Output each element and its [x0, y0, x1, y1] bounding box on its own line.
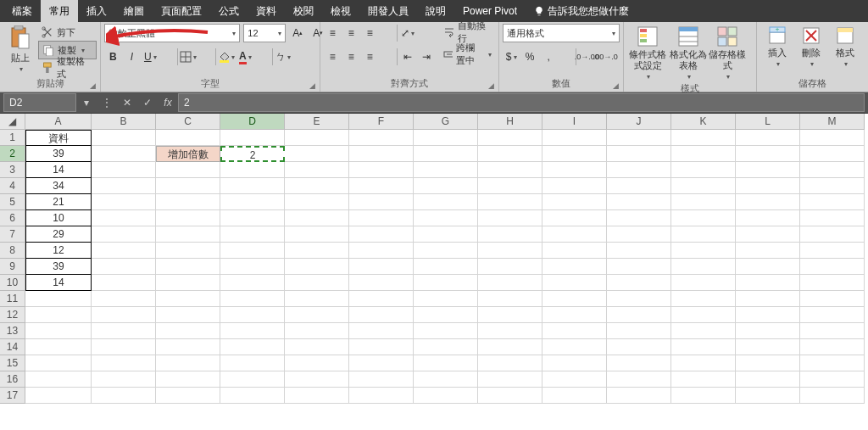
cell[interactable] [736, 355, 800, 371]
cell[interactable]: 14 [25, 275, 92, 291]
cell[interactable] [156, 388, 220, 404]
percent-format-button[interactable]: % [521, 48, 538, 65]
increase-font-icon[interactable]: A▴ [289, 25, 306, 42]
cell[interactable] [414, 130, 478, 146]
tab-help[interactable]: 說明 [417, 0, 454, 22]
cell[interactable] [542, 388, 607, 404]
cell[interactable] [220, 339, 285, 355]
cell[interactable] [285, 307, 349, 323]
cell[interactable] [607, 388, 671, 404]
cell[interactable]: 21 [25, 194, 92, 210]
cell[interactable] [478, 291, 542, 307]
insert-function-button[interactable]: fx [158, 97, 178, 109]
border-button[interactable]: ▾ [180, 48, 197, 65]
insert-cells-button[interactable]: ＋ 插入▾ [760, 24, 794, 70]
cell[interactable] [542, 243, 607, 259]
row-header[interactable]: 6 [0, 210, 25, 226]
number-format-combo[interactable]: 通用格式▾ [503, 24, 620, 42]
font-size-combo[interactable]: 12▾ [243, 24, 286, 42]
cell[interactable] [607, 259, 671, 275]
tab-file[interactable]: 檔案 [3, 0, 41, 22]
cell[interactable] [92, 291, 156, 307]
cell[interactable] [92, 388, 156, 404]
cell[interactable] [414, 162, 478, 178]
cell[interactable] [92, 339, 156, 355]
cell[interactable] [736, 178, 800, 194]
cell[interactable] [285, 243, 349, 259]
cell[interactable] [800, 291, 865, 307]
underline-button[interactable]: U▾ [142, 48, 159, 65]
cell[interactable] [736, 388, 800, 404]
cell[interactable] [736, 339, 800, 355]
tab-pagelayout[interactable]: 頁面配置 [153, 0, 210, 22]
cell[interactable] [671, 243, 736, 259]
cell[interactable] [671, 259, 736, 275]
cell[interactable] [736, 146, 800, 162]
cell[interactable] [800, 130, 865, 146]
col-header-J[interactable]: J [607, 114, 671, 130]
row-header[interactable]: 5 [0, 194, 25, 210]
cell[interactable] [285, 226, 349, 243]
cell[interactable] [671, 226, 736, 243]
cell[interactable] [156, 178, 220, 194]
cell[interactable] [349, 259, 414, 275]
cell[interactable] [671, 130, 736, 146]
cell[interactable] [349, 226, 414, 243]
row-header[interactable]: 13 [0, 323, 25, 339]
font-dialog-launcher[interactable]: ◢ [309, 81, 318, 90]
cell[interactable] [414, 194, 478, 210]
cell[interactable] [607, 162, 671, 178]
cell[interactable] [671, 323, 736, 339]
cell[interactable] [285, 355, 349, 371]
cell[interactable] [92, 146, 156, 162]
phonetic-button[interactable]: ㄅ▾ [275, 48, 292, 65]
conditional-format-button[interactable]: 條件式格式設定▾ [627, 24, 668, 82]
row-header[interactable]: 11 [0, 291, 25, 307]
delete-cells-button[interactable]: 刪除▾ [794, 24, 828, 70]
cell[interactable] [478, 323, 542, 339]
tab-review[interactable]: 校閱 [285, 0, 322, 22]
cell[interactable] [607, 226, 671, 243]
cancel-formula-button[interactable]: ✕ [117, 97, 137, 109]
cell[interactable] [736, 226, 800, 243]
cell[interactable] [671, 210, 736, 226]
row-header[interactable]: 12 [0, 307, 25, 323]
bold-button[interactable]: B [104, 48, 121, 65]
cell[interactable] [542, 259, 607, 275]
row-header[interactable]: 3 [0, 162, 25, 178]
cell[interactable] [156, 307, 220, 323]
cell[interactable] [285, 371, 349, 388]
cell[interactable] [671, 355, 736, 371]
row-header[interactable]: 17 [0, 388, 25, 404]
cell[interactable] [285, 388, 349, 404]
row-header[interactable]: 2 [0, 146, 25, 162]
format-as-table-button[interactable]: 格式化為表格▾ [668, 24, 709, 82]
cell[interactable] [220, 371, 285, 388]
cell[interactable] [671, 146, 736, 162]
accounting-format-button[interactable]: $▾ [503, 48, 520, 65]
cell[interactable] [671, 371, 736, 388]
cell[interactable]: 34 [25, 178, 92, 194]
increase-indent-icon[interactable]: ⇥ [418, 48, 435, 65]
cell[interactable] [349, 323, 414, 339]
cell[interactable] [92, 226, 156, 243]
cell[interactable] [607, 291, 671, 307]
cell[interactable] [220, 307, 285, 323]
cell[interactable] [156, 259, 220, 275]
cell[interactable] [349, 291, 414, 307]
cell[interactable] [414, 339, 478, 355]
cell[interactable] [478, 178, 542, 194]
cell[interactable] [414, 323, 478, 339]
cell[interactable] [800, 355, 865, 371]
cell[interactable] [800, 210, 865, 226]
tell-me-search[interactable]: 告訴我您想做什麼 [526, 0, 637, 22]
cell[interactable] [542, 291, 607, 307]
cell[interactable] [285, 130, 349, 146]
align-middle-icon[interactable]: ≡ [342, 25, 359, 42]
col-header-D[interactable]: D [220, 114, 285, 130]
cell[interactable] [542, 178, 607, 194]
italic-button[interactable]: I [123, 48, 140, 65]
formula-input[interactable]: 2 [178, 93, 865, 112]
cell[interactable] [542, 162, 607, 178]
cell[interactable] [156, 210, 220, 226]
